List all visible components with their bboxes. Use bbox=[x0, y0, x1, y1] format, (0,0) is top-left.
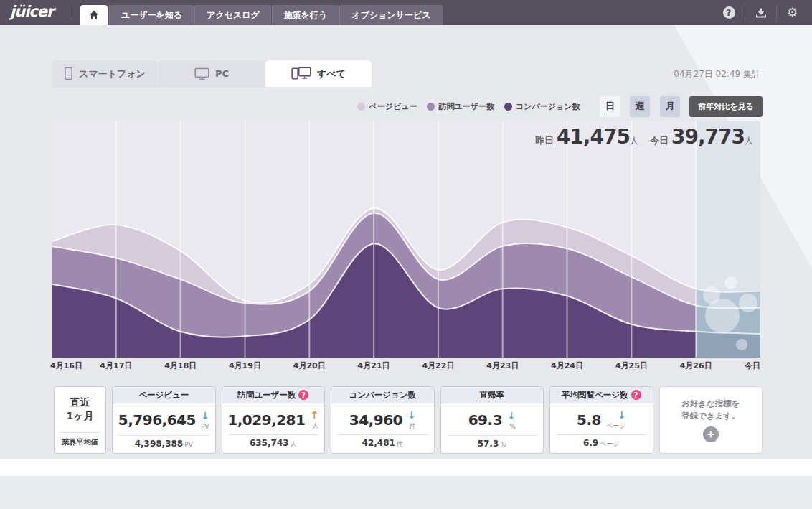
nav-item-option-services[interactable]: オプションサービス bbox=[339, 5, 443, 25]
traffic-area-chart[interactable]: 昨日 41,475 人 今日 39,773 人 bbox=[52, 121, 760, 358]
x-axis-label: 今日 bbox=[745, 360, 760, 371]
tab-all-devices[interactable]: すべて bbox=[265, 60, 372, 87]
add-metric-button[interactable]: ＋ bbox=[703, 426, 719, 442]
stat-card-header: 直帰率 ? bbox=[441, 387, 544, 403]
aggregation-timestamp: 04月27日 02:49 集計 bbox=[674, 68, 760, 80]
x-axis-label: 4月18日 bbox=[164, 360, 197, 371]
dashboard-page: jüicer ユーザーを知る アクセスログ 施策を行う オプションサービス ? … bbox=[0, 0, 812, 509]
add-metric-text: お好きな指標を 登録できます。 bbox=[681, 398, 740, 423]
top-navbar: jüicer ユーザーを知る アクセスログ 施策を行う オプションサービス ? … bbox=[0, 0, 812, 25]
stat-value-row: 69.3 ↓% bbox=[441, 403, 544, 435]
tab-pc[interactable]: PC bbox=[159, 60, 265, 87]
x-axis-label: 4月24日 bbox=[551, 360, 583, 371]
stat-card-bounce-rate: 直帰率 ? 69.3 ↓% 57.3% bbox=[440, 386, 544, 454]
add-metric-card: お好きな指標を 登録できます。 ＋ bbox=[659, 386, 763, 454]
range-button-day[interactable]: 日 bbox=[600, 96, 620, 117]
navbar-divider bbox=[72, 5, 72, 21]
x-axis-label: 4月21日 bbox=[358, 360, 390, 371]
today-value: 39,773 bbox=[671, 125, 745, 149]
industry-value: 6.9 bbox=[583, 438, 598, 448]
stat-value: 5,796,645 bbox=[118, 411, 196, 429]
x-axis-label: 4月16日 bbox=[50, 360, 82, 371]
yesterday-unit: 人 bbox=[630, 135, 638, 147]
stat-card-title: コンバージョン数 bbox=[349, 390, 416, 401]
legend-dot bbox=[357, 103, 365, 111]
home-icon bbox=[88, 9, 100, 21]
industry-value: 635,743 bbox=[250, 438, 289, 448]
stat-unit: PV bbox=[201, 424, 209, 430]
stat-value: 34,960 bbox=[349, 411, 402, 429]
stat-unit: 件 bbox=[410, 423, 416, 429]
industry-average-value: 635,743人 bbox=[228, 434, 319, 453]
legend-dot bbox=[427, 103, 435, 111]
industry-average-value: 6.9ページ bbox=[556, 434, 647, 453]
stat-unit: ページ bbox=[606, 423, 625, 429]
today-unit: 人 bbox=[745, 135, 753, 147]
visitor-headline: 昨日 41,475 人 今日 39,773 人 bbox=[535, 125, 753, 149]
stat-value: 1,029,281 bbox=[227, 411, 305, 429]
chart-canvas bbox=[52, 121, 760, 358]
stat-card-conversions: コンバージョン数 ? 34,960 ↓件 42,481件 bbox=[331, 386, 435, 454]
legend-label: コンバージョン数 bbox=[516, 101, 580, 112]
nav-actions: ? ⚙ bbox=[713, 0, 808, 25]
nav-tabs: ユーザーを知る アクセスログ 施策を行う オプションサービス bbox=[80, 5, 443, 25]
legend-item-visitors[interactable]: 訪問ユーザー数 bbox=[427, 101, 494, 112]
footer-band bbox=[0, 476, 812, 509]
main-content: スマートフォン PC すべて 04月27日 02:49 集計 ページビュー 訪問… bbox=[0, 25, 812, 459]
trend-arrow-icon: ↑ bbox=[310, 410, 318, 420]
stat-card-visitors: 訪問ユーザー数 ? 1,029,281 ↑人 635,743人 bbox=[222, 386, 326, 454]
range-button-week[interactable]: 週 bbox=[630, 96, 650, 117]
industry-average-value: 57.3% bbox=[447, 435, 538, 453]
add-metric-text-line: お好きな指標を bbox=[681, 398, 740, 410]
help-button[interactable]: ? bbox=[713, 4, 745, 22]
legend-item-conversions[interactable]: コンバージョン数 bbox=[504, 101, 580, 112]
compare-previous-year-button[interactable]: 前年対比を見る bbox=[689, 96, 763, 117]
stat-card-title: 直帰率 bbox=[480, 390, 505, 401]
stat-card-header: 平均閲覧ページ数 ? bbox=[550, 387, 653, 403]
help-badge[interactable]: ? bbox=[298, 390, 308, 400]
legend-label: ページビュー bbox=[369, 101, 417, 112]
summary-cards-row: 直近 1ヶ月 業界平均値 ページビュー ? 5,796,645 ↓PV 4,39… bbox=[54, 386, 763, 454]
x-axis-label: 4月19日 bbox=[229, 360, 261, 371]
trend-arrow-icon: ↓ bbox=[618, 410, 626, 420]
stat-card-header: 訪問ユーザー数 ? bbox=[222, 387, 325, 403]
industry-unit: 件 bbox=[397, 440, 403, 447]
tab-smartphone[interactable]: スマートフォン bbox=[52, 60, 158, 87]
x-axis-label: 4月22日 bbox=[422, 360, 454, 371]
gear-icon: ⚙ bbox=[787, 6, 798, 19]
download-icon bbox=[755, 7, 767, 19]
industry-unit: 人 bbox=[291, 440, 297, 447]
stat-value-row: 5,796,645 ↓PV bbox=[113, 403, 215, 435]
help-badge[interactable]: ? bbox=[631, 390, 641, 400]
nav-item-know-users[interactable]: ユーザーを知る bbox=[109, 5, 194, 25]
period-label: 1ヶ月 bbox=[66, 409, 93, 423]
device-tabs: スマートフォン PC すべて bbox=[52, 60, 372, 87]
range-button-month[interactable]: 月 bbox=[660, 96, 680, 117]
yesterday-value: 41,475 bbox=[557, 125, 630, 149]
stat-card-header: コンバージョン数 ? bbox=[331, 387, 434, 403]
yesterday-label: 昨日 bbox=[535, 134, 554, 147]
download-button[interactable] bbox=[745, 4, 776, 22]
legend-item-pageviews[interactable]: ページビュー bbox=[357, 101, 417, 112]
stat-value-row: 5.8 ↓ページ bbox=[550, 403, 653, 434]
nav-item-access-log[interactable]: アクセスログ bbox=[194, 5, 272, 25]
today-label: 今日 bbox=[650, 134, 669, 147]
industry-value: 42,481 bbox=[362, 438, 395, 448]
industry-average-value: 4,398,388PV bbox=[118, 435, 209, 453]
tab-label: すべて bbox=[317, 67, 346, 80]
stat-card-title: 平均閲覧ページ数 bbox=[562, 390, 628, 401]
all-devices-icon bbox=[291, 67, 311, 80]
stat-card-header: ページビュー ? bbox=[113, 387, 215, 403]
industry-value: 4,398,388 bbox=[135, 439, 184, 449]
industry-average-label: 業界平均値 bbox=[62, 433, 98, 453]
stat-value: 69.3 bbox=[468, 411, 502, 429]
legend-and-range-row: ページビュー 訪問ユーザー数 コンバージョン数 日 週 月 前年対比を見る bbox=[357, 95, 763, 117]
settings-button[interactable]: ⚙ bbox=[776, 4, 808, 22]
legend-dot bbox=[504, 103, 512, 111]
tab-label: PC bbox=[215, 68, 229, 79]
add-metric-text-line: 登録できます。 bbox=[681, 410, 740, 422]
x-axis-label: 4月26日 bbox=[680, 360, 712, 371]
pc-icon bbox=[194, 67, 209, 80]
nav-home-button[interactable] bbox=[80, 5, 108, 25]
nav-item-take-measures[interactable]: 施策を行う bbox=[272, 5, 340, 25]
